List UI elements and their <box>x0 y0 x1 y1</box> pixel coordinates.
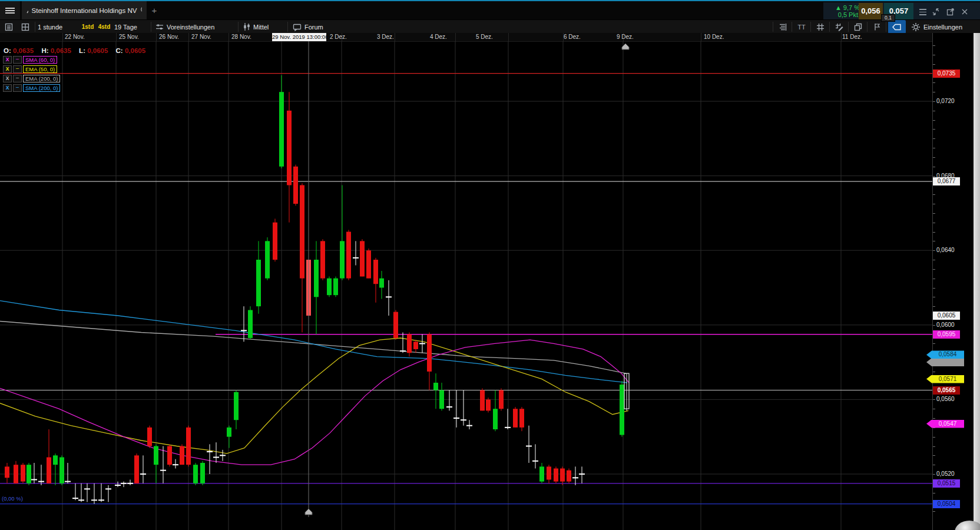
legend-remove-button[interactable]: X <box>3 56 12 64</box>
doji-close-dash[interactable] <box>98 499 104 501</box>
doji-close-dash[interactable] <box>579 473 585 475</box>
candle-body[interactable] <box>273 223 277 260</box>
doji-close-dash[interactable] <box>31 479 37 480</box>
doji-close-dash[interactable] <box>121 483 127 484</box>
candle-body[interactable] <box>499 390 504 409</box>
price-tag[interactable]: 0,0605 <box>933 312 960 320</box>
candle-body[interactable] <box>493 409 498 429</box>
candle-body[interactable] <box>519 409 524 428</box>
candle-body[interactable] <box>486 399 491 410</box>
legend-remove-button[interactable]: X <box>3 84 12 92</box>
candle-body[interactable] <box>180 446 184 465</box>
doji-close-dash[interactable] <box>91 499 97 501</box>
legend-style-button[interactable]: – <box>13 65 22 73</box>
candle-body[interactable] <box>320 241 325 278</box>
doji-close-dash[interactable] <box>446 406 452 408</box>
doji-close-dash[interactable] <box>160 470 166 471</box>
legend-style-button[interactable]: – <box>13 75 22 82</box>
candle-body[interactable] <box>620 385 624 435</box>
candle-body[interactable] <box>14 465 18 483</box>
candle-body[interactable] <box>300 185 304 278</box>
legend-remove-button[interactable]: X <box>3 75 12 82</box>
candle-body[interactable] <box>27 465 31 483</box>
doji-close-dash[interactable] <box>386 296 392 297</box>
candle-body[interactable] <box>21 465 25 481</box>
candle-body[interactable] <box>167 446 172 465</box>
legend-style-button[interactable]: – <box>13 56 22 64</box>
price-tag[interactable]: 0,0547 <box>926 420 964 428</box>
doji-close-dash[interactable] <box>72 498 78 499</box>
candle-body[interactable] <box>433 383 438 390</box>
candle-body[interactable] <box>186 428 191 465</box>
candle-body[interactable] <box>265 241 270 278</box>
doji-close-dash[interactable] <box>461 419 466 420</box>
close-window-button[interactable] <box>959 6 970 17</box>
price-tag[interactable]: 0,0571 <box>926 375 964 383</box>
candle-body[interactable] <box>554 469 558 482</box>
doji-close-dash[interactable] <box>65 481 71 482</box>
doji-close-dash[interactable] <box>353 257 359 259</box>
candle-body[interactable] <box>413 342 418 349</box>
candle-body[interactable] <box>480 390 485 411</box>
candle-body[interactable] <box>47 458 51 483</box>
doji-close-dash[interactable] <box>140 473 146 475</box>
candle-body[interactable] <box>193 465 198 483</box>
candle-body[interactable] <box>248 310 253 337</box>
candle-body[interactable] <box>513 409 518 428</box>
candle-body[interactable] <box>407 334 412 353</box>
doji-close-dash[interactable] <box>38 481 44 482</box>
candle-body[interactable] <box>59 458 64 483</box>
doji-close-dash[interactable] <box>105 488 111 489</box>
doji-close-dash[interactable] <box>453 418 459 419</box>
doji-close-dash[interactable] <box>526 446 532 447</box>
popout-window-button[interactable] <box>945 6 956 17</box>
legend-remove-button[interactable]: X <box>3 65 12 73</box>
doji-close-dash[interactable] <box>173 464 178 465</box>
candle-body[interactable] <box>539 466 544 481</box>
candle-body[interactable] <box>333 279 338 295</box>
candle-body[interactable] <box>360 241 365 276</box>
doji-close-dash[interactable] <box>84 488 90 489</box>
candle-body[interactable] <box>287 111 292 186</box>
candle-body[interactable] <box>256 260 261 306</box>
price-tag[interactable]: 0,0584 <box>926 350 964 359</box>
price-tag[interactable]: 0,0515 <box>933 479 960 488</box>
candle-body[interactable] <box>314 260 319 297</box>
doji-close-dash[interactable] <box>78 499 84 501</box>
candle-body[interactable] <box>147 428 152 446</box>
time-marker-icon[interactable] <box>305 509 312 515</box>
candle-body[interactable] <box>373 260 378 284</box>
legend-label[interactable]: SMA (200, 0) <box>23 84 60 92</box>
doji-close-dash[interactable] <box>532 461 538 462</box>
legend-label[interactable]: EMA (50, 0) <box>23 65 57 73</box>
candle-body[interactable] <box>560 469 565 482</box>
candle-body[interactable] <box>427 334 432 372</box>
candle-body[interactable] <box>200 463 205 483</box>
candle-body[interactable] <box>5 466 9 478</box>
doji-close-dash[interactable] <box>207 451 213 452</box>
candle-body[interactable] <box>379 279 384 288</box>
price-tag[interactable]: 0,0504 <box>933 500 960 508</box>
candle-body[interactable] <box>234 392 239 420</box>
price-tag[interactable]: 0,0595 <box>933 330 960 339</box>
candle-body[interactable] <box>346 232 351 279</box>
doji-close-dash[interactable] <box>572 477 578 478</box>
candlestick-chart[interactable] <box>0 0 932 530</box>
price-tag[interactable]: 0,0677 <box>933 177 960 186</box>
candle-body[interactable] <box>279 92 284 167</box>
candle-body[interactable] <box>327 279 332 295</box>
candle-body[interactable] <box>567 471 571 482</box>
candle-body[interactable] <box>366 250 371 278</box>
doji-close-dash[interactable] <box>127 483 133 484</box>
candle-body[interactable] <box>340 241 345 278</box>
doji-close-dash[interactable] <box>241 330 247 331</box>
legend-label[interactable]: EMA (200, 0) <box>23 75 60 82</box>
doji-close-dash[interactable] <box>213 457 219 458</box>
doji-close-dash[interactable] <box>400 350 406 352</box>
doji-close-dash[interactable] <box>220 455 226 456</box>
price-tag[interactable]: 0,0735 <box>933 69 960 78</box>
legend-style-button[interactable]: – <box>13 84 22 92</box>
candle-body[interactable] <box>547 466 551 479</box>
doji-close-dash[interactable] <box>419 343 425 344</box>
price-tag-hidden[interactable] <box>926 358 964 366</box>
